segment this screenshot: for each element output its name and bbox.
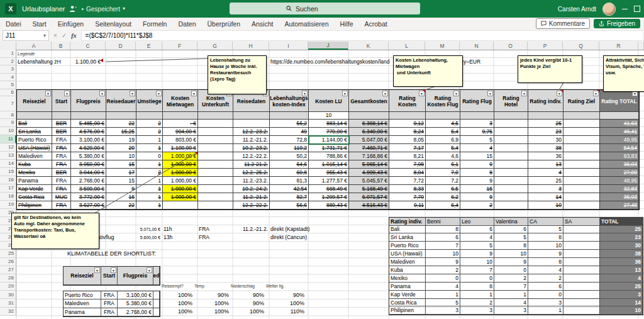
cell-N8[interactable] — [460, 112, 494, 120]
indiv-score[interactable]: 8 — [528, 258, 564, 266]
cell-Q11[interactable] — [564, 136, 600, 144]
cell-K9[interactable]: 6.368,14 € — [349, 120, 389, 128]
cell-R11[interactable]: 49,95 — [600, 136, 639, 144]
tab-datei[interactable]: Datei — [0, 20, 27, 28]
column-header-E[interactable]: Umstiege▾ — [136, 90, 163, 112]
column-header-K[interactable]: Gesamtkosten▾ — [349, 90, 389, 112]
cell-B16[interactable]: FRA — [52, 177, 71, 185]
cell-A12[interactable]: USA (Hawaii) — [17, 144, 52, 152]
cell-G11[interactable] — [198, 136, 233, 144]
row-header-1[interactable]: 1 — [0, 50, 16, 58]
cell-C17[interactable]: 3.500,00 € — [71, 185, 106, 193]
cell-A11[interactable]: Puerto Rico — [17, 136, 52, 144]
cell-H17[interactable]: 10.2.-24.2. — [233, 185, 270, 193]
cell-Q9[interactable] — [564, 120, 600, 128]
flight-origin[interactable]: FRA — [199, 225, 209, 233]
klima-percent[interactable]: 100% — [192, 308, 229, 316]
cell-N16[interactable]: 9 — [460, 177, 494, 185]
indiv-score[interactable]: 0 — [528, 291, 564, 299]
col-header-K[interactable]: K — [348, 42, 389, 50]
indiv-score[interactable] — [564, 233, 600, 242]
row-header-2[interactable]: 2 — [0, 58, 16, 66]
cell-Q14[interactable] — [564, 160, 600, 169]
cell-A8[interactable] — [17, 112, 52, 120]
col-header-A[interactable]: A — [16, 42, 52, 50]
restore-button[interactable] — [634, 6, 640, 12]
cell-C11[interactable]: 3.100,00 € — [71, 136, 106, 144]
cell-C9[interactable]: 5.485,00 € — [71, 120, 106, 128]
cell-M17[interactable]: 6,5 — [426, 185, 460, 193]
cell-B9[interactable]: BER — [52, 120, 71, 128]
cell-H18[interactable]: 11.2.-21.2. — [233, 193, 270, 201]
indiv-dest[interactable]: Puerto Rico — [389, 242, 426, 250]
flight-duration[interactable]: 11h — [164, 225, 172, 233]
tab-hilfe[interactable]: Hilfe — [335, 20, 359, 28]
cell-J14[interactable]: 1.015,14 € — [309, 160, 349, 169]
indiv-score[interactable]: 4 — [494, 299, 528, 307]
klima-percent[interactable]: 100% — [160, 308, 192, 316]
col-header-Q[interactable]: Q — [563, 42, 599, 50]
indiv-score[interactable]: 7 — [426, 242, 460, 250]
row-header-32[interactable]: 32 — [0, 308, 16, 316]
cell-N9[interactable]: 3 — [460, 120, 494, 128]
cell-F11[interactable]: 803,00 € — [163, 136, 198, 144]
cell-A19[interactable]: Philipinen — [17, 201, 52, 210]
cell-P11[interactable]: 30 — [528, 136, 564, 144]
cell-L8[interactable] — [389, 112, 426, 120]
cell-O18[interactable] — [494, 193, 528, 201]
cell-K18[interactable]: 6.071,57 € — [349, 193, 389, 201]
cell-R12[interactable]: 54,54 — [600, 144, 639, 152]
cell-A17[interactable]: Kap Verde — [17, 185, 52, 193]
cell-G12[interactable] — [198, 144, 233, 152]
indiv-score[interactable]: 9 — [460, 250, 494, 258]
column-header-M[interactable]: Rating Kosten Flug▾ — [426, 90, 460, 112]
cell-K15[interactable]: 4.999,43 € — [349, 169, 389, 177]
klima-header-start[interactable]: Start▾ — [101, 267, 118, 285]
cell-E15[interactable]: 2 — [136, 169, 163, 177]
search-input[interactable]: Suchen — [230, 3, 420, 14]
column-header-I[interactable]: Lebenhaltungs kosten-Index▾ — [270, 90, 309, 112]
cell-O14[interactable] — [494, 160, 528, 169]
cell-F15[interactable]: 1.000,00 € — [163, 169, 198, 177]
cell-D19[interactable]: 22 — [106, 201, 136, 210]
indiv-score[interactable]: 2 — [426, 266, 460, 274]
lebenshaltung-label[interactable]: Lebenshaltung zH — [18, 58, 61, 66]
indiv-score[interactable] — [564, 226, 600, 234]
cell-F17[interactable]: 1.000,00 € — [163, 185, 198, 193]
cell-E11[interactable]: 1 — [136, 136, 163, 144]
cell-G19[interactable] — [198, 201, 233, 210]
indiv-score[interactable] — [564, 299, 600, 307]
cell-N13[interactable]: 15 — [460, 152, 494, 160]
column-header-D[interactable]: Reisedauer▾ — [106, 90, 136, 112]
klima-percent[interactable]: 90% — [264, 291, 304, 299]
cell-G16[interactable] — [198, 177, 233, 185]
indiv-dest[interactable]: Kuba — [389, 266, 426, 274]
cell-H16[interactable]: 11.2.-23.2. — [233, 177, 270, 185]
klima-percent[interactable]: 100% — [160, 291, 192, 299]
flight-duration[interactable]: 13h — [164, 233, 172, 242]
indiv-score[interactable]: 6 — [494, 226, 528, 234]
indiv-dest[interactable]: Bali — [389, 226, 426, 234]
cell-I19[interactable]: 56,6 — [270, 201, 309, 210]
indiv-score[interactable]: 1 — [528, 306, 564, 315]
cell-G8[interactable] — [198, 112, 233, 120]
klima-extra[interactable] — [153, 291, 160, 299]
col-header-I[interactable]: I — [269, 42, 308, 50]
filter-button[interactable]: ▾ — [99, 91, 105, 96]
cell-J15[interactable]: 955,43 € — [309, 169, 349, 177]
cell-J11[interactable]: 1.144,00 € — [309, 136, 349, 144]
klima-price[interactable]: 3.100,00 € — [118, 291, 153, 299]
cell-N17[interactable]: 15 — [460, 185, 494, 193]
cell-B8[interactable] — [52, 112, 71, 120]
klima-price[interactable]: 5.380,00 € — [118, 299, 153, 308]
cell-F9[interactable]: - € — [163, 120, 198, 128]
cell-M19[interactable]: 6,4 — [426, 201, 460, 210]
cell-Q18[interactable] — [564, 193, 600, 201]
cell-H19[interactable]: 12.2.-22.2. — [233, 201, 270, 210]
cell-N19[interactable]: 2 — [460, 201, 494, 210]
row-header-4[interactable]: 4 — [0, 74, 16, 82]
cell-P10[interactable]: 23 — [528, 128, 564, 136]
col-header-E[interactable]: E — [136, 42, 162, 50]
klima-title[interactable]: KLIMATABELLE DER SHORTLIST: — [67, 250, 156, 257]
cell-I9[interactable]: 56,2 — [270, 120, 309, 128]
